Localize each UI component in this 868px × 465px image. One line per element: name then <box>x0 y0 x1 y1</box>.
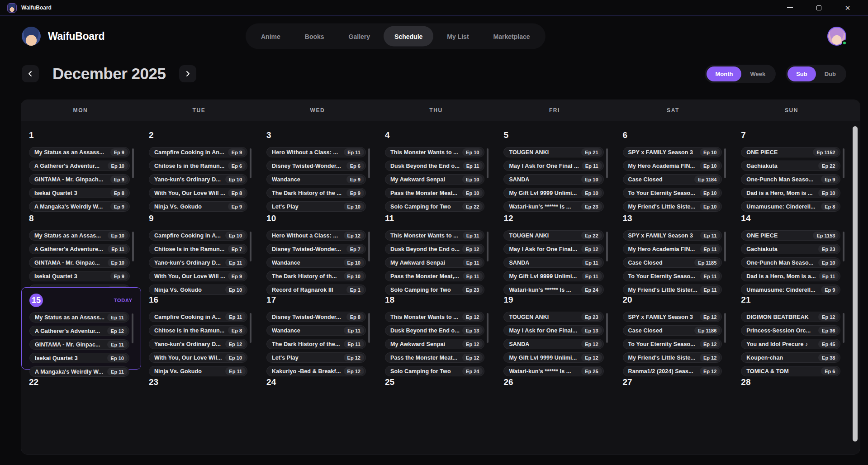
event-pill[interactable]: ONE PIECEEp 1153 <box>741 230 840 241</box>
event-pill[interactable]: Disney Twisted-Wonder...Ep 6 <box>266 161 366 171</box>
audio-dub-button[interactable]: Dub <box>816 66 844 81</box>
day-cell-2[interactable]: 2Campfire Cooking in An...Ep 9Chitose Is… <box>141 123 259 206</box>
vertical-scrollbar[interactable] <box>853 126 858 441</box>
cell-scrollbar[interactable] <box>843 148 844 178</box>
event-pill[interactable]: Chitose Is in the Ramun...Ep 7 <box>149 244 247 254</box>
event-pill[interactable]: To Your Eternity Seaso...Ep 10 <box>623 188 722 198</box>
event-pill[interactable]: SPY x FAMILY Season 3Ep 12 <box>623 312 722 322</box>
day-cell-19[interactable]: 19TOUGEN ANKIEp 23May I Ask for One Fina… <box>496 287 615 370</box>
tab-gallery[interactable]: Gallery <box>338 26 381 47</box>
tab-anime[interactable]: Anime <box>250 26 291 47</box>
close-button[interactable]: ✕ <box>841 2 854 14</box>
day-cell-14[interactable]: 14ONE PIECEEp 1153GachiakutaEp 23One-Pun… <box>733 206 852 287</box>
event-pill[interactable]: Isekai Quartet 3Ep 8 <box>29 188 130 198</box>
view-month-button[interactable]: Month <box>707 66 741 81</box>
event-pill[interactable]: The Dark History of the ...Ep 9 <box>266 188 366 198</box>
event-pill[interactable]: Hero Without a Class: ...Ep 12 <box>266 230 366 241</box>
cell-scrollbar[interactable] <box>487 232 489 261</box>
day-cell-11[interactable]: 11This Monster Wants to ...Ep 11Dusk Bey… <box>377 206 496 287</box>
day-cell-22[interactable]: 22 <box>21 370 141 454</box>
event-pill[interactable]: Dad is a Hero, Mom is a...Ep 11 <box>741 271 840 281</box>
day-cell-4[interactable]: 4This Monster Wants to ...Ep 10Dusk Beyo… <box>377 123 496 206</box>
cell-scrollbar[interactable] <box>368 148 370 178</box>
day-cell-17[interactable]: 17Disney Twisted-Wonder...Ep 8WandanceEp… <box>259 287 377 370</box>
event-pill[interactable]: May I Ask for One Final...Ep 13 <box>503 325 603 336</box>
event-pill[interactable]: TOUGEN ANKIEp 23 <box>503 312 603 322</box>
event-pill[interactable]: My Awkward SenpaiEp 10 <box>385 174 484 185</box>
cell-scrollbar[interactable] <box>724 232 726 261</box>
prev-month-button[interactable] <box>22 65 39 82</box>
cell-scrollbar[interactable] <box>843 232 844 261</box>
minimize-button[interactable] <box>783 2 797 14</box>
event-pill[interactable]: May I Ask for One Final ...Ep 11 <box>503 161 603 171</box>
event-pill[interactable]: Dad is a Hero, Mom is ...Ep 10 <box>741 188 840 198</box>
event-pill[interactable]: Dusk Beyond the End o...Ep 13 <box>385 325 484 336</box>
day-cell-10[interactable]: 10Hero Without a Class: ...Ep 12Disney T… <box>259 206 377 287</box>
event-pill[interactable]: Case ClosedEp 1184 <box>623 174 722 185</box>
event-pill[interactable]: One-Punch Man Seaso...Ep 9 <box>741 174 840 185</box>
day-cell-20[interactable]: 20SPY x FAMILY Season 3Ep 12Case ClosedE… <box>615 287 734 370</box>
event-pill[interactable]: GachiakutaEp 23 <box>741 244 840 254</box>
tab-my-list[interactable]: My List <box>436 26 479 47</box>
cell-scrollbar[interactable] <box>132 148 134 178</box>
event-pill[interactable]: My Status as an Assass...Ep 11 <box>29 312 129 323</box>
day-cell-28[interactable]: 28 <box>733 370 852 454</box>
event-pill[interactable]: SANDAEp 10 <box>503 174 603 185</box>
day-cell-12[interactable]: 12TOUGEN ANKIEp 22May I Ask for One Fina… <box>496 206 615 287</box>
event-pill[interactable]: Pass the Monster Meat...Ep 10 <box>385 188 484 198</box>
event-pill[interactable]: WandanceEp 10 <box>266 257 366 268</box>
cell-scrollbar[interactable] <box>132 232 134 261</box>
day-cell-8[interactable]: 8My Status as an Assas...Ep 10A Gatherer… <box>21 206 141 287</box>
event-pill[interactable]: GINTAMA - Mr. Ginpac...Ep 10 <box>29 257 130 268</box>
event-pill[interactable]: SANDAEp 11 <box>503 257 603 268</box>
event-pill[interactable]: My Status as an Assas...Ep 10 <box>29 230 130 241</box>
event-pill[interactable]: GINTAMA - Mr. Ginpac...Ep 11 <box>29 339 129 350</box>
event-pill[interactable]: Yano-kun's Ordinary D...Ep 10 <box>149 174 247 185</box>
event-pill[interactable]: Hero Without a Class: ...Ep 11 <box>266 147 366 157</box>
cell-scrollbar[interactable] <box>487 313 489 343</box>
event-pill[interactable]: Campfire Cooking in A...Ep 10 <box>149 230 247 241</box>
tab-schedule[interactable]: Schedule <box>384 26 433 47</box>
event-pill[interactable]: My Gift Lvl 9999 Unlimi...Ep 10 <box>503 188 603 198</box>
day-cell-3[interactable]: 3Hero Without a Class: ...Ep 11Disney Tw… <box>259 123 377 206</box>
event-pill[interactable]: WandanceEp 9 <box>266 174 366 185</box>
event-pill[interactable]: My Status as an Assass...Ep 9 <box>29 147 130 157</box>
cell-scrollbar[interactable] <box>606 148 608 178</box>
event-pill[interactable]: A Gatherer's Adventur...Ep 12 <box>29 326 129 336</box>
event-pill[interactable]: Campfire Cooking in A...Ep 11 <box>149 312 247 322</box>
event-pill[interactable]: Pass the Monster Meat...Ep 12 <box>385 352 484 363</box>
event-pill[interactable]: Chitose Is in the Ramun...Ep 8 <box>149 325 247 336</box>
cell-scrollbar[interactable] <box>368 232 370 261</box>
cell-scrollbar[interactable] <box>606 232 608 261</box>
tab-books[interactable]: Books <box>294 26 335 47</box>
event-pill[interactable]: One-Punch Man Seaso...Ep 10 <box>741 257 840 268</box>
day-cell-1[interactable]: 1My Status as an Assass...Ep 9A Gatherer… <box>21 123 141 206</box>
day-cell-6[interactable]: 6SPY x FAMILY Season 3Ep 10My Hero Acade… <box>615 123 734 206</box>
event-pill[interactable]: Let's PlayEp 12 <box>266 352 366 363</box>
cell-scrollbar[interactable] <box>724 148 726 178</box>
event-pill[interactable]: Koupen-chanEp 38 <box>741 352 840 363</box>
event-pill[interactable]: Chitose Is in the Ramun...Ep 6 <box>149 161 247 171</box>
cell-scrollbar[interactable] <box>368 313 370 343</box>
event-pill[interactable]: With You, Our Love Will ...Ep 9 <box>149 271 247 281</box>
next-month-button[interactable] <box>179 65 196 82</box>
event-pill[interactable]: My Gift Lvl 9999 Unlimi...Ep 12 <box>503 352 603 363</box>
cell-scrollbar[interactable] <box>843 313 844 343</box>
event-pill[interactable]: The Dark History of th...Ep 10 <box>266 271 366 281</box>
cell-scrollbar[interactable] <box>724 313 726 343</box>
event-pill[interactable]: A Gatherer's Adventur...Ep 10 <box>29 161 130 171</box>
event-pill[interactable]: To Your Eternity Seaso...Ep 11 <box>623 271 722 281</box>
event-pill[interactable]: You and Idol Precure ♪Ep 45 <box>741 339 840 349</box>
day-cell-24[interactable]: 24 <box>259 370 377 454</box>
day-cell-5[interactable]: 5TOUGEN ANKIEp 21May I Ask for One Final… <box>496 123 615 206</box>
event-pill[interactable]: With You, Our Love Wil...Ep 10 <box>149 352 247 363</box>
day-cell-16[interactable]: 16Campfire Cooking in A...Ep 11Chitose I… <box>141 287 259 370</box>
event-pill[interactable]: This Monster Wants to ...Ep 11 <box>385 230 484 241</box>
cell-scrollbar[interactable] <box>606 313 608 343</box>
day-cell-9[interactable]: 9Campfire Cooking in A...Ep 10Chitose Is… <box>141 206 259 287</box>
event-pill[interactable]: Yano-kun's Ordinary D...Ep 12 <box>149 339 247 349</box>
day-cell-18[interactable]: 18This Monster Wants to ...Ep 12Dusk Bey… <box>377 287 496 370</box>
event-pill[interactable]: My Awkward SenpaiEp 12 <box>385 339 484 349</box>
event-pill[interactable]: To Your Eternity Seaso...Ep 12 <box>623 339 722 349</box>
event-pill[interactable]: Dusk Beyond the End o...Ep 12 <box>385 244 484 254</box>
